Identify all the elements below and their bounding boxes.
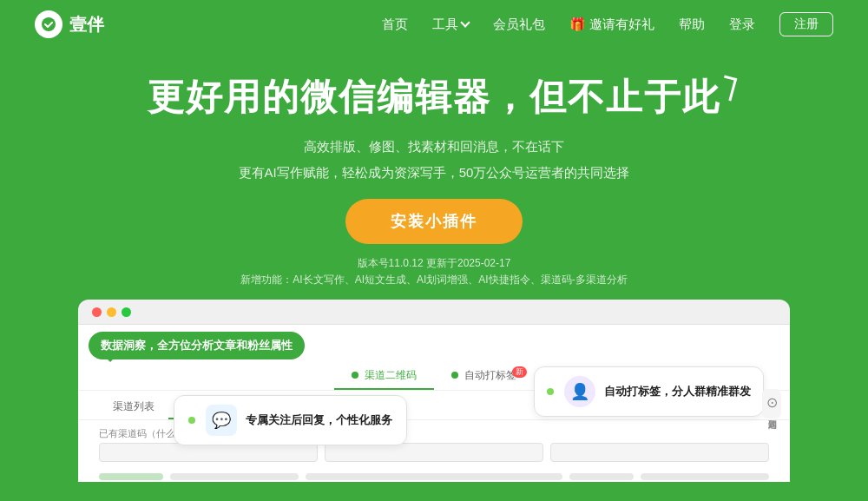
table-cell-2 xyxy=(306,473,562,480)
nav-home[interactable]: 首页 xyxy=(382,16,408,33)
nav-help[interactable]: 帮助 xyxy=(679,16,705,33)
nav-tools[interactable]: 工具 xyxy=(432,16,469,33)
tab-badge-new: 新 xyxy=(512,366,527,378)
gift-icon: 🎁 xyxy=(569,16,586,32)
status-dot xyxy=(547,388,554,395)
logo-icon xyxy=(35,10,62,38)
form-input-row xyxy=(99,443,769,462)
screenshot-inner: 数据洞察，全方位分析文章和粉丝属性 👤 自动打标签，分人群精准群发 渠道二维码 … xyxy=(78,324,790,482)
form-input-mock-3 xyxy=(550,443,769,462)
brand-logo[interactable]: 壹伴 xyxy=(35,10,104,38)
table-cell-3 xyxy=(569,473,634,480)
tab-channel-qr[interactable]: 渠道二维码 xyxy=(334,363,434,390)
bubble-data-insight: 数据洞察，全方位分析文章和粉丝属性 xyxy=(89,332,305,359)
status-dot-2 xyxy=(188,417,195,424)
login-button[interactable]: 登录 xyxy=(729,16,755,33)
tab-active-indicator xyxy=(352,372,358,379)
bubble-follow-reply: 💬 专属关注后回复，个性化服务 xyxy=(174,395,407,445)
tab-indicator xyxy=(451,372,458,379)
tab-auto-tag[interactable]: 自动打标签 新 xyxy=(434,363,534,390)
svg-point-0 xyxy=(42,17,56,31)
navigation: 壹伴 首页 工具 会员礼包 🎁 邀请有好礼 帮助 登录 注册 xyxy=(0,0,868,49)
table-strip xyxy=(78,467,790,482)
form-input-mock-1 xyxy=(99,443,318,462)
window-controls xyxy=(92,307,131,317)
brand-name: 壹伴 xyxy=(69,13,104,36)
nav-links: 首页 工具 会员礼包 🎁 邀请有好礼 帮助 登录 注册 xyxy=(382,12,833,36)
chevron-down-icon xyxy=(460,17,470,27)
close-dot xyxy=(92,307,102,317)
maximize-dot xyxy=(122,307,131,317)
sub-tab-channel-list[interactable]: 渠道列表 xyxy=(99,396,168,419)
table-cell-4 xyxy=(641,473,769,480)
hero-title: 更好用的微信编辑器，但不止于此 xyxy=(148,73,720,122)
form-input-mock-2 xyxy=(325,443,543,462)
screenshot-area: 数据洞察，全方位分析文章和粉丝属性 👤 自动打标签，分人群精准群发 渠道二维码 … xyxy=(78,300,790,482)
table-cell-green xyxy=(99,473,163,480)
nav-invite[interactable]: 🎁 邀请有好礼 xyxy=(569,16,654,33)
install-button[interactable]: 安装小插件 xyxy=(345,199,523,244)
bubble-auto-tag: 👤 自动打标签，分人群精准群发 xyxy=(534,366,764,417)
register-button[interactable]: 注册 xyxy=(779,12,833,36)
version-text: 版本号11.0.12 更新于2025-02-17 xyxy=(17,256,851,271)
hero-subtitle-1: 高效排版、修图、找素材和回消息，不在话下 xyxy=(17,135,851,158)
hero-subtitle-2: 更有AI写作赋能，轻松成为资深写手，50万公众号运营者的共同选择 xyxy=(17,162,851,184)
chat-icon: 💬 xyxy=(206,405,237,436)
new-features-text: 新增功能：AI长文写作、AI短文生成、AI划词增强、AI快捷指令、渠道码-多渠道… xyxy=(17,273,851,287)
table-row xyxy=(99,471,769,482)
tag-icon: 👤 xyxy=(564,376,595,407)
table-cell-1 xyxy=(170,473,299,480)
scroll-hint[interactable]: ⊙ 遇到问题 xyxy=(762,389,781,419)
nav-membership[interactable]: 会员礼包 xyxy=(493,16,545,33)
hero-section: 更好用的微信编辑器，但不止于此 高效排版、修图、找素材和回消息，不在话下 更有A… xyxy=(0,49,868,287)
minimize-dot xyxy=(107,307,116,317)
